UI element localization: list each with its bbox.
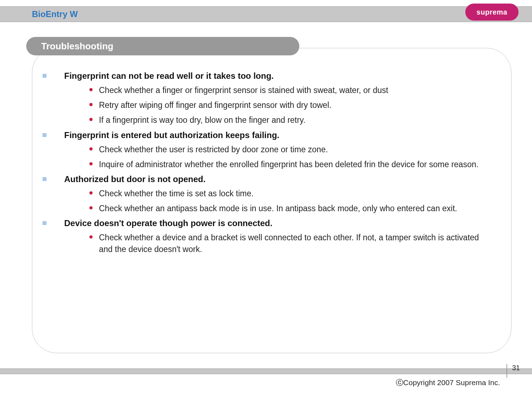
header-title: BioEntry W: [32, 9, 78, 19]
topic: Fingerprint is entered but authorization…: [35, 130, 500, 170]
section-title: Troubleshooting: [41, 41, 113, 52]
list-item: Check whether the user is restricted by …: [89, 144, 489, 155]
topic: Device doesn't operate though power is c…: [35, 218, 500, 255]
item-list: Check whether the user is restricted by …: [89, 144, 489, 170]
list-item: Check whether the time is set as lock ti…: [89, 188, 489, 199]
item-text: Check whether a finger or fingerprint se…: [99, 84, 388, 96]
item-text: Retry after wiping off finger and finger…: [99, 99, 331, 111]
list-item: If a fingerprint is way too dry, blow on…: [89, 114, 489, 126]
dot-bullet-icon: [89, 118, 93, 121]
list-item: Check whether an antipass back mode is i…: [89, 203, 489, 214]
topic-title: Fingerprint is entered but authorization…: [64, 130, 279, 140]
header-bar: BioEntry W: [0, 6, 532, 22]
dot-bullet-icon: [89, 162, 93, 165]
dot-bullet-icon: [89, 147, 93, 151]
item-list: Check whether a finger or fingerprint se…: [89, 84, 489, 126]
topic-row: Authorized but door is not opened.: [35, 174, 500, 184]
square-bullet-icon: [43, 74, 46, 78]
list-item: Retry after wiping off finger and finger…: [89, 99, 489, 111]
square-bullet-icon: [43, 177, 46, 181]
topic-title: Authorized but door is not opened.: [64, 174, 206, 184]
topic-title: Device doesn't operate though power is c…: [64, 218, 272, 228]
item-text: If a fingerprint is way too dry, blow on…: [99, 114, 305, 126]
item-text: Check whether the user is restricted by …: [99, 144, 328, 155]
brand-logo-text: suprema: [477, 8, 508, 16]
square-bullet-icon: [43, 221, 46, 225]
footer-divider: [506, 364, 507, 378]
page-number: 31: [512, 364, 520, 372]
item-text: Check whether a device and a bracket is …: [99, 232, 489, 255]
item-text: Check whether the time is set as lock ti…: [99, 188, 254, 199]
topic-row: Fingerprint can not be read well or it t…: [35, 71, 500, 81]
dot-bullet-icon: [89, 103, 93, 106]
topic: Authorized but door is not opened. Check…: [35, 174, 500, 214]
list-item: Inquire of administrator whether the enr…: [89, 159, 489, 170]
item-list: Check whether the time is set as lock ti…: [89, 188, 489, 214]
dot-bullet-icon: [89, 235, 93, 239]
item-list: Check whether a device and a bracket is …: [89, 232, 489, 255]
section-pill: Troubleshooting: [26, 37, 299, 55]
topic-row: Fingerprint is entered but authorization…: [35, 130, 500, 140]
square-bullet-icon: [43, 133, 46, 137]
topic-title: Fingerprint can not be read well or it t…: [64, 71, 274, 81]
brand-logo: suprema: [465, 4, 519, 21]
list-item: Check whether a finger or fingerprint se…: [89, 84, 489, 96]
dot-bullet-icon: [89, 88, 93, 91]
item-text: Check whether an antipass back mode is i…: [99, 203, 457, 214]
dot-bullet-icon: [89, 191, 93, 195]
copyright-text: ⓒCopyright 2007 Suprema Inc.: [396, 378, 500, 388]
topic: Fingerprint can not be read well or it t…: [35, 71, 500, 126]
topic-row: Device doesn't operate though power is c…: [35, 218, 500, 228]
item-text: Inquire of administrator whether the enr…: [99, 159, 478, 170]
footer-bar: [0, 368, 532, 374]
content-area: Fingerprint can not be read well or it t…: [35, 71, 500, 259]
dot-bullet-icon: [89, 206, 93, 209]
list-item: Check whether a device and a bracket is …: [89, 232, 489, 255]
